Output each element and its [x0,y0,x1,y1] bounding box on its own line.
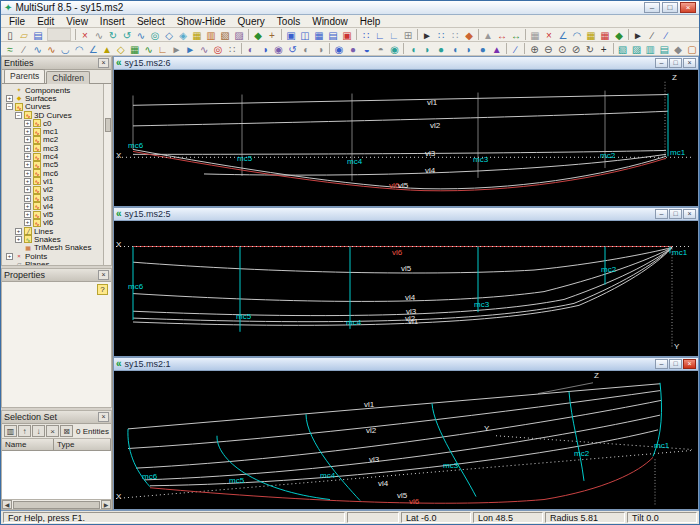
expand-icon[interactable]: + [24,203,31,210]
tree-item-vl4[interactable]: +∿vl4 [4,202,103,210]
tri-surface-icon[interactable]: ▲ [100,42,114,55]
expand-icon[interactable]: + [24,186,31,193]
pan-icon[interactable]: + [597,42,611,55]
rotate-ccw-icon[interactable]: ↺ [120,28,134,41]
expand-icon[interactable]: + [24,211,31,218]
delete-point-icon[interactable]: × [542,28,556,41]
properties-panel-header[interactable]: Properties × [2,269,111,282]
app-titlebar[interactable]: ✦ MultiSurf 8.5 - sy15.ms2 –□× [1,1,699,15]
ccurve-icon[interactable]: ∿ [45,42,59,55]
restore-button[interactable]: □ [669,359,682,369]
rel-point-icon[interactable]: ► [170,42,184,55]
expand-icon[interactable]: + [24,128,31,135]
menu-edit[interactable]: Edit [31,15,60,28]
magnet-icon[interactable]: ∿ [197,42,211,55]
collapse-icon[interactable]: − [6,103,13,110]
line-entity-icon[interactable]: ∠ [86,42,100,55]
mass-icon[interactable]: ◆ [671,42,685,55]
tree-item-trimesh-snakes[interactable]: ▦TriMesh Snakes [4,244,103,252]
tree-item-vl2[interactable]: +∿vl2 [4,186,103,194]
offset-surface-icon[interactable]: ▤ [657,42,671,55]
grid-icon[interactable]: ▦ [528,28,542,41]
select-points-icon[interactable]: ∷ [434,28,448,41]
pick-icon[interactable]: ► [631,28,645,41]
edit-curve-icon[interactable]: ∿ [92,28,106,41]
split-icon[interactable]: ∕ [659,28,673,41]
tab-parents[interactable]: Parents [4,69,45,83]
circle-tool-icon[interactable]: ◎ [148,28,162,41]
select-set-icon[interactable]: ▥ [4,425,17,437]
tab-children[interactable]: Children [46,71,90,84]
tree-item-mc6[interactable]: +∿mc6 [4,169,103,177]
shell-surface-icon[interactable]: ▥ [643,42,657,55]
axes-icon[interactable]: ∟ [373,28,387,41]
show-icon[interactable]: ◐ [244,42,258,55]
remove-item-icon[interactable]: × [46,425,59,437]
zoom-out-icon[interactable]: ⊖ [541,42,555,55]
window-split-icon[interactable]: ◫ [298,28,312,41]
ellipse-f-icon[interactable]: ● [476,42,490,55]
tree-item-vl3[interactable]: +∿vl3 [4,194,103,202]
refresh-show-icon[interactable]: ◉ [388,42,402,55]
pointer-icon[interactable]: ► [420,28,434,41]
menu-select[interactable]: Select [131,15,171,28]
snake-entity-icon[interactable]: ∿ [142,42,156,55]
clear-set-icon[interactable]: ⊠ [60,425,73,437]
tree-item-planes[interactable]: ▱Planes [4,260,103,265]
tree-item-points[interactable]: +×Points [4,252,103,260]
mesh-red-icon[interactable]: ▦ [598,28,612,41]
viewport-canvas[interactable]: vl6vl5vl4vl3vl2vl1mc6mc5mc4mc3mc2mc1XY [114,221,698,355]
ellipse-e-icon[interactable]: ◗ [462,42,476,55]
select-more-icon[interactable]: ∷ [448,28,462,41]
close-button[interactable]: × [683,58,696,68]
menu-file[interactable]: File [3,15,31,28]
ellipse-b-icon[interactable]: ◗ [420,42,434,55]
mesh-yellow-icon[interactable]: ▦ [584,28,598,41]
zoom-window-icon[interactable]: ⊙ [555,42,569,55]
abs-point-icon[interactable]: ► [183,42,197,55]
viewport-titlebar[interactable]: « sy15.ms2:6 –□× [114,57,698,70]
patch-tool-icon[interactable]: ◈ [176,28,190,41]
open-file-icon[interactable]: ▱ [17,28,31,41]
rotate-cw-icon[interactable]: ↻ [106,28,120,41]
diagonal-icon[interactable]: ◆ [612,28,626,41]
window-wide-icon[interactable]: ▤ [326,28,340,41]
hide-parents-icon[interactable]: ◑ [313,42,327,55]
arc-icon[interactable]: ◠ [570,28,584,41]
invert-show-icon[interactable]: ↺ [285,42,299,55]
expand-icon[interactable]: + [15,228,22,235]
expand-icon[interactable]: + [6,253,13,260]
move-tool-icon[interactable]: + [265,28,279,41]
show-child-icon[interactable]: ◒ [360,42,374,55]
viewport-canvas[interactable]: vl1vl2vl3vl4vl6vl5mc6mc5mc4mc3mc2mc1ZX [114,70,698,206]
point-entity-icon[interactable]: ∕ [17,42,31,55]
fit-view-icon[interactable]: ≈ [3,42,17,55]
close-icon[interactable]: × [98,412,109,422]
rotate-view2-icon[interactable]: ↻ [583,42,597,55]
knot-icon[interactable]: ∷ [225,42,239,55]
minimize-button[interactable]: – [655,209,668,219]
save-file-icon[interactable]: ▤ [31,28,45,41]
help-icon[interactable]: ? [97,284,108,295]
show-all-icon[interactable]: ◉ [272,42,286,55]
scroll-left-icon[interactable]: ◀ [2,500,12,509]
grid-select-icon[interactable]: ⊞ [401,28,415,41]
restore-button[interactable]: □ [669,209,682,219]
scroll-right-icon[interactable]: ▶ [101,500,111,509]
polyline-icon[interactable]: ∿ [134,28,148,41]
ellipse-d-icon[interactable]: ◖ [448,42,462,55]
copy-surface-icon[interactable]: ▧ [616,42,630,55]
table-icon[interactable]: ∷ [359,28,373,41]
frame-entity-icon[interactable]: ∟ [156,42,170,55]
expand-icon[interactable]: + [6,95,13,102]
maximize-button[interactable]: □ [662,2,678,13]
measure-icon[interactable]: ▲ [481,28,495,41]
expand-icon[interactable]: + [24,170,31,177]
menu-view[interactable]: View [60,15,94,28]
tree-item-surfaces[interactable]: +◆Surfaces [4,94,103,102]
minimize-button[interactable]: – [655,58,668,68]
move-down-icon[interactable]: ↓ [32,425,45,437]
stretch-y-icon[interactable]: ↔ [509,28,523,41]
viewport-titlebar[interactable]: « sy15.ms2:1 –□× [114,358,698,371]
close-icon[interactable]: × [98,58,109,68]
